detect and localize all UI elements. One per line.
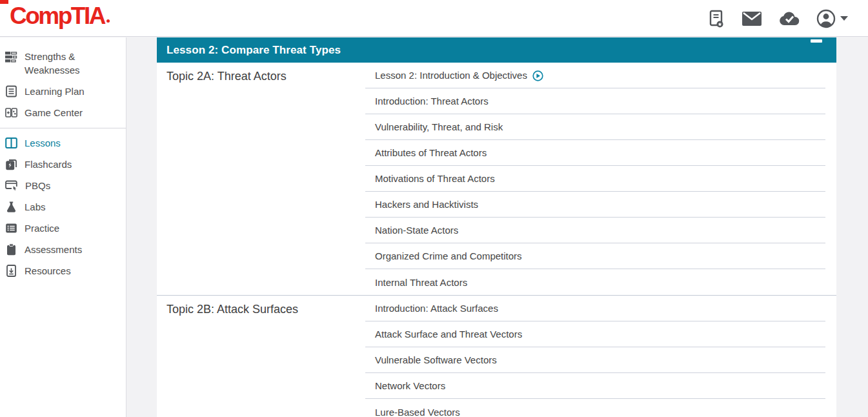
lesson-item-row[interactable]: Vulnerability, Threat, and Risk: [365, 114, 825, 140]
report-icon[interactable]: [708, 9, 725, 28]
collapse-lesson-button[interactable]: [811, 39, 822, 43]
lesson-item-label: Attributes of Threat Actors: [375, 147, 487, 158]
sidebar-item-flashcards[interactable]: Flashcards: [0, 154, 126, 175]
pbqs-icon: [5, 179, 18, 192]
sidebar-item-label: Assessments: [25, 243, 82, 256]
topic-title: Topic 2B: Attack Surfaces: [157, 296, 365, 417]
topic-item-list: Lesson 2: Introduction & Objectives Intr…: [365, 63, 825, 295]
sidebar-item-label: PBQs: [25, 179, 50, 192]
sidebar-item-label: Resources: [25, 264, 71, 278]
lesson-item-label: Hackers and Hacktivists: [375, 199, 478, 210]
sidebar-main-list: Lessons Flashcards PBQs: [0, 132, 126, 281]
labs-icon: [5, 201, 17, 213]
lesson-item-row[interactable]: Hackers and Hacktivists: [365, 192, 825, 218]
topic-section-2b: Topic 2B: Attack Surfaces Introduction: …: [157, 296, 836, 417]
sidebar-item-practice[interactable]: Practice: [0, 218, 126, 239]
comptia-logo[interactable]: CompTIA: [10, 1, 110, 32]
learning-plan-icon: [5, 85, 17, 97]
mail-icon[interactable]: [742, 11, 762, 26]
lesson-item-row[interactable]: Lure-Based Vectors: [365, 399, 825, 417]
play-icon[interactable]: [532, 70, 543, 81]
sidebar-item-label: Game Center: [25, 106, 83, 119]
lesson-item-row[interactable]: Introduction: Threat Actors: [365, 88, 825, 114]
page: { "header": { "logo_text": "CompTIA", "i…: [0, 0, 868, 417]
lesson-item-row[interactable]: Lesson 2: Introduction & Objectives: [365, 63, 825, 88]
lesson-item-row[interactable]: Motivations of Threat Actors: [365, 166, 825, 192]
sidebar-item-label: Strengths & Weaknesses: [25, 50, 117, 77]
sidebar-item-labs[interactable]: Labs: [0, 196, 126, 218]
logo-text: CompTIA: [10, 3, 105, 29]
lesson-item-row[interactable]: Vulnerable Software Vectors: [365, 347, 825, 373]
lesson-item-label: Attack Surface and Threat Vectors: [375, 329, 522, 340]
lesson-item-row[interactable]: Attributes of Threat Actors: [365, 140, 825, 166]
cloud-sync-icon[interactable]: [779, 11, 800, 26]
account-icon: [816, 9, 836, 28]
game-center-icon: [5, 107, 17, 119]
lesson-item-row[interactable]: Nation-State Actors: [365, 218, 825, 243]
caret-down-icon: [840, 15, 849, 21]
sidebar-divider: [0, 128, 126, 128]
topic-item-list: Introduction: Attack Surfaces Attack Sur…: [365, 296, 825, 417]
lesson-item-label: Organized Crime and Competitors: [375, 250, 522, 261]
sidebar-top-list: Strengths & Weaknesses Learning Plan: [0, 37, 126, 123]
app-header: CompTIA: [0, 0, 868, 37]
account-menu[interactable]: [816, 9, 849, 28]
sidebar-item-game-center[interactable]: Game Center: [0, 102, 126, 123]
lesson-item-label: Vulnerable Software Vectors: [375, 354, 497, 365]
lesson-item-label: Internal Threat Actors: [375, 277, 467, 288]
lesson-item-row[interactable]: Organized Crime and Competitors: [365, 243, 825, 269]
assessments-icon: [5, 243, 17, 256]
lesson-item-label: Introduction: Threat Actors: [375, 96, 489, 107]
sidebar-item-label: Labs: [25, 200, 46, 214]
lesson-item-row[interactable]: Internal Threat Actors: [365, 269, 825, 295]
lesson-title: Lesson 2: Compare Threat Types: [167, 44, 341, 57]
lesson-header-bar[interactable]: Lesson 2: Compare Threat Types: [157, 37, 836, 63]
lesson-item-label: Introduction: Attack Surfaces: [375, 303, 498, 314]
lesson-card: Lesson 2: Compare Threat Types Topic 2A:…: [157, 37, 836, 417]
sidebar-item-pbqs[interactable]: PBQs: [0, 175, 126, 196]
sidebar-item-lessons[interactable]: Lessons: [0, 132, 126, 154]
topic-title: Topic 2A: Threat Actors: [157, 63, 365, 295]
resources-icon: [5, 265, 17, 277]
flashcards-icon: [5, 158, 17, 170]
lesson-item-label: Motivations of Threat Actors: [375, 173, 495, 184]
sidebar: Strengths & Weaknesses Learning Plan: [0, 37, 126, 417]
lesson-item-label: Vulnerability, Threat, and Risk: [375, 121, 503, 132]
header-icon-bar: [708, 0, 849, 37]
lesson-item-row[interactable]: Network Vectors: [365, 373, 825, 399]
sidebar-item-label: Flashcards: [25, 158, 72, 171]
sidebar-item-assessments[interactable]: Assessments: [0, 239, 126, 260]
sidebar-item-learning-plan[interactable]: Learning Plan: [0, 81, 126, 102]
sidebar-item-resources[interactable]: Resources: [0, 260, 126, 281]
corner-accent: [0, 0, 8, 4]
sidebar-item-label: Practice: [25, 221, 59, 235]
lesson-item-label: Network Vectors: [375, 380, 445, 391]
lesson-item-row[interactable]: Introduction: Attack Surfaces: [365, 296, 825, 321]
logo-registered-mark: [106, 19, 110, 23]
sidebar-item-strengths-weaknesses[interactable]: Strengths & Weaknesses: [0, 46, 126, 81]
lesson-item-label: Lesson 2: Introduction & Objectives: [375, 70, 527, 81]
sidebar-item-label: Learning Plan: [25, 85, 85, 98]
topic-section-2a: Topic 2A: Threat Actors Lesson 2: Introd…: [157, 63, 836, 296]
lessons-icon: [5, 137, 17, 149]
lesson-item-label: Nation-State Actors: [375, 225, 458, 236]
lesson-item-row[interactable]: Attack Surface and Threat Vectors: [365, 321, 825, 347]
practice-icon: [5, 222, 17, 234]
lesson-item-label: Lure-Based Vectors: [375, 407, 460, 417]
sidebar-item-label: Lessons: [25, 136, 61, 150]
strengths-weaknesses-icon: [5, 50, 17, 63]
